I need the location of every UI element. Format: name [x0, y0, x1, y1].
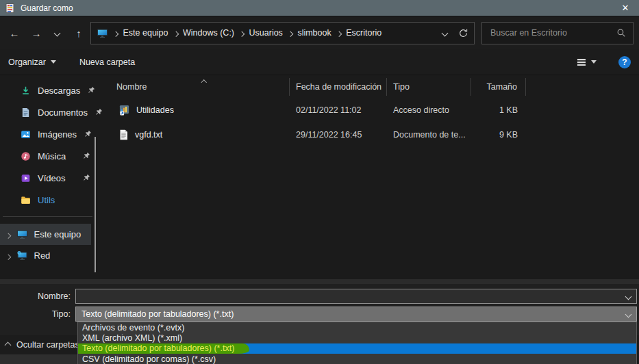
- dropdown-option-xml[interactable]: XML (archivo XML) (*.xml): [78, 333, 636, 343]
- dropdown-option-txt-selected[interactable]: Texto (delimitado por tabuladores) (*.tx…: [78, 343, 636, 354]
- file-type-dropdown-list: Archivos de evento (*.evtx) XML (archivo…: [77, 322, 637, 364]
- pictures-icon: [21, 129, 31, 140]
- file-size: 1 KB: [471, 105, 526, 115]
- expand-chevron-icon[interactable]: [6, 250, 10, 261]
- breadcrumb-escritorio[interactable]: Escritorio: [346, 28, 381, 38]
- change-view-button[interactable]: [576, 57, 597, 68]
- up-button[interactable]: ↑: [70, 24, 88, 42]
- save-as-dialog: Guardar como ✕ ← → ↑ Este equipo Windows…: [0, 0, 639, 364]
- pin-icon: [87, 86, 95, 94]
- column-label: Fecha de modificación: [296, 82, 381, 92]
- column-header-empty: [526, 78, 639, 96]
- search-input[interactable]: [489, 27, 616, 38]
- organize-dropdown-icon: [51, 60, 56, 64]
- dropdown-option-csv[interactable]: CSV (delimitado por comas) (*.csv): [78, 354, 636, 364]
- column-header-tipo[interactable]: Tipo: [387, 78, 471, 96]
- file-name-dropdown-chevron[interactable]: [625, 293, 632, 300]
- sidebar-item-descargas[interactable]: Descargas: [0, 79, 99, 101]
- download-icon: [21, 86, 31, 96]
- address-bar[interactable]: Este equipo Windows (C:) Usuarios slimbo…: [90, 22, 475, 44]
- breadcrumb-este-equipo[interactable]: Este equipo: [123, 28, 168, 38]
- file-type-value: Texto (delimitado por tabuladores) (*.tx…: [82, 309, 626, 319]
- forward-button[interactable]: →: [27, 24, 45, 42]
- column-label: Nombre: [116, 82, 147, 92]
- hide-folders-button[interactable]: Ocultar carpetas: [5, 340, 79, 350]
- back-button[interactable]: ←: [5, 24, 23, 42]
- file-type: Documento de te...: [387, 130, 471, 140]
- sidebar-item-label: Imágenes: [38, 129, 77, 140]
- computer-icon: [16, 229, 28, 239]
- file-list-header: Nombre Fecha de modificación Tipo Tamaño: [99, 78, 639, 96]
- sidebar-item-este-equipo[interactable]: Este equipo: [0, 224, 91, 245]
- sidebar-item-utils[interactable]: Utils: [0, 189, 99, 211]
- title-bar: Guardar como ✕: [0, 0, 639, 16]
- sidebar-item-imagenes[interactable]: Imágenes: [0, 123, 99, 145]
- recent-locations-chevron[interactable]: [48, 24, 66, 42]
- navigation-pane: Descargas Documentos Imágenes: [0, 75, 99, 279]
- save-dialog-icon: [5, 3, 14, 13]
- breadcrumb-slimbook[interactable]: slimbook: [297, 28, 331, 38]
- file-type-combobox[interactable]: Texto (delimitado por tabuladores) (*.tx…: [75, 307, 637, 322]
- organize-label: Organizar: [8, 57, 46, 67]
- file-modified: 29/11/2022 16:45: [290, 130, 387, 140]
- column-label: Tamaño: [487, 82, 517, 92]
- sidebar-item-musica[interactable]: Música: [0, 145, 99, 167]
- search-icon[interactable]: [616, 28, 626, 38]
- file-row-vgfd-txt[interactable]: vgfd.txt 29/11/2022 16:45 Documento de t…: [99, 123, 639, 146]
- file-name: Utilidades: [136, 105, 174, 115]
- file-name-input[interactable]: [82, 291, 626, 302]
- sidebar-item-label: Utils: [38, 195, 55, 205]
- organize-button[interactable]: Organizar: [8, 57, 56, 67]
- sidebar-item-label: Música: [38, 151, 66, 161]
- new-folder-button[interactable]: Nueva carpeta: [79, 57, 135, 67]
- shortcut-chart-icon: [118, 104, 130, 116]
- form-divider: [0, 279, 639, 284]
- sidebar-item-videos[interactable]: Vídeos: [0, 167, 99, 189]
- file-row-utilidades[interactable]: Utilidades 02/11/2022 11:02 Acceso direc…: [99, 99, 639, 121]
- pin-icon: [84, 130, 92, 138]
- pin-icon: [82, 152, 90, 160]
- file-name: vgfd.txt: [135, 130, 162, 140]
- highlight-marker: Texto (delimitado por tabuladores) (*.tx…: [78, 343, 249, 354]
- folder-icon: [21, 195, 31, 205]
- breadcrumb-chevron-icon: [240, 28, 244, 38]
- sidebar-item-red[interactable]: Red: [0, 245, 91, 266]
- videos-icon: [21, 173, 31, 183]
- breadcrumb-usuarios[interactable]: Usuarios: [249, 28, 283, 38]
- file-modified: 02/11/2022 11:02: [290, 105, 387, 115]
- file-type: Acceso directo: [387, 105, 471, 115]
- sort-ascending-icon: [202, 77, 206, 86]
- file-type-dropdown-chevron[interactable]: [625, 311, 632, 317]
- sidebar-item-label: Documentos: [38, 107, 88, 118]
- breadcrumb-chevron-icon: [174, 28, 178, 38]
- close-icon[interactable]: ✕: [617, 3, 634, 13]
- file-size: 9 KB: [471, 130, 526, 140]
- music-icon: [21, 151, 31, 161]
- column-header-fecha[interactable]: Fecha de modificación: [290, 78, 387, 96]
- breadcrumb-chevron-icon: [114, 28, 118, 38]
- column-header-tamano[interactable]: Tamaño: [471, 78, 526, 96]
- search-box[interactable]: [481, 22, 634, 44]
- text-file-icon: [118, 129, 129, 140]
- sidebar-item-label: Descargas: [38, 86, 80, 96]
- sidebar-item-label: Vídeos: [38, 173, 65, 183]
- help-button[interactable]: ?: [618, 56, 631, 68]
- column-header-nombre[interactable]: Nombre: [99, 78, 290, 96]
- sidebar-item-documentos[interactable]: Documentos: [0, 101, 99, 123]
- sidebar-scrollbar[interactable]: [95, 137, 96, 272]
- command-toolbar: Organizar Nueva carpeta ?: [0, 49, 639, 75]
- file-name-field[interactable]: [75, 289, 637, 304]
- breadcrumb-windows-c[interactable]: Windows (C:): [183, 28, 234, 38]
- location-computer-icon: [97, 28, 108, 38]
- file-name-label: Nombre:: [0, 291, 75, 301]
- document-icon: [21, 107, 31, 118]
- address-dropdown-chevron[interactable]: [442, 28, 447, 38]
- dropdown-option-evtx[interactable]: Archivos de evento (*.evtx): [78, 322, 636, 333]
- new-folder-label: Nueva carpeta: [79, 57, 135, 67]
- column-label: Tipo: [393, 82, 410, 92]
- sidebar-separator: [3, 216, 92, 217]
- file-type-label: Tipo:: [0, 309, 75, 319]
- expand-chevron-icon[interactable]: [6, 229, 10, 239]
- refresh-icon[interactable]: [458, 28, 468, 38]
- pin-icon: [82, 174, 90, 182]
